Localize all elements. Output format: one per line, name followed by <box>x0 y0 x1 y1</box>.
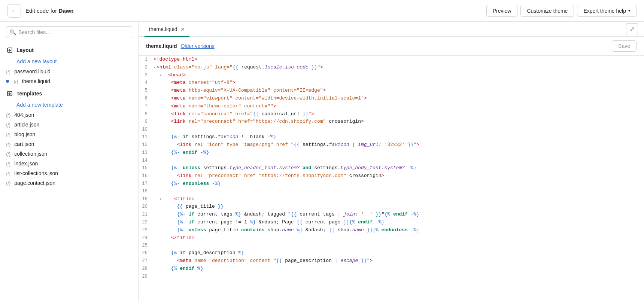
main-layout: 🔍 Layout Add a new layout {/} password.l… <box>0 22 644 302</box>
code-line-26: 26 {% if page_description %} <box>139 249 644 257</box>
code-line-4: 4 <meta charset="utf-8"> <box>139 79 644 87</box>
file-item-index[interactable]: {/} index.json <box>0 159 138 168</box>
code-line-12: 12 <link rel="icon" type="image/png" hre… <box>139 141 644 149</box>
code-line-10: 10 <box>139 126 644 133</box>
code-line-19: 19 ▾ <title> <box>139 195 644 203</box>
code-line-8: 8 <link rel="canonical" href="{{ canonic… <box>139 110 644 118</box>
file-info-left: theme.liquid Older versions <box>146 43 215 49</box>
code-line-28: 28 {% endif %} <box>139 265 644 273</box>
file-item-cart[interactable]: {/} cart.json <box>0 139 138 149</box>
expert-theme-help-button[interactable]: Expert theme help ▾ <box>577 5 637 17</box>
code-line-17: 17 {%- endunless -%} <box>139 180 644 188</box>
file-item-404[interactable]: {/} 404.json <box>0 110 138 120</box>
search-bar: 🔍 <box>0 22 138 43</box>
templates-section-header: Templates <box>0 86 138 100</box>
add-template-link[interactable]: Add a new template <box>0 100 138 110</box>
code-line-5: 5 <meta http-equiv="X-UA-Compatible" con… <box>139 87 644 95</box>
code-line-16: 16 <link rel="preconnect" href="https://… <box>139 172 644 180</box>
code-line-24: 24 </title> <box>139 234 644 242</box>
file-title: theme.liquid <box>146 43 177 49</box>
topbar-title: Edit code for Dawn <box>25 7 73 14</box>
save-button[interactable]: Save <box>612 40 637 52</box>
modified-indicator <box>6 80 9 83</box>
preview-button[interactable]: Preview <box>486 5 518 17</box>
code-line-29: 29 <box>139 273 644 280</box>
layout-section-header: Layout <box>0 43 138 56</box>
topbar-right: Preview Customize theme Expert theme hel… <box>486 5 637 17</box>
code-line-22: 22 {%- if current_page != 1 %} &ndash; P… <box>139 219 644 226</box>
templates-download-icon <box>6 90 13 97</box>
editor-area: theme.liquid ✕ ⤢ theme.liquid Older vers… <box>139 22 644 302</box>
file-item-list-collections[interactable]: {/} list-collections.json <box>0 168 138 178</box>
code-line-18: 18 <box>139 187 644 195</box>
back-button[interactable]: ← <box>7 4 21 18</box>
code-line-15: 15 {%- unless settings.type_header_font.… <box>139 164 644 172</box>
search-input[interactable] <box>6 26 132 38</box>
fullscreen-button[interactable]: ⤢ <box>626 23 638 35</box>
code-line-27: 27 <meta name="description" content="{{ … <box>139 257 644 265</box>
code-line-1: 1 <!doctype html> <box>139 56 644 64</box>
file-item-page-contact[interactable]: {/} page.contact.json <box>0 178 138 188</box>
code-line-3: 3 ▾ <head> <box>139 71 644 79</box>
file-item-theme[interactable]: {/} theme.liquid <box>0 76 138 86</box>
topbar-left: ← Edit code for Dawn <box>7 4 73 18</box>
layout-section-label: Layout <box>16 47 34 53</box>
chevron-down-icon: ▾ <box>628 9 630 13</box>
file-item-article[interactable]: {/} article.json <box>0 120 138 129</box>
older-versions-link[interactable]: Older versions <box>180 43 214 49</box>
tab-theme-liquid[interactable]: theme.liquid ✕ <box>145 22 189 37</box>
file-item-blog[interactable]: {/} blog.json <box>0 129 138 139</box>
tab-close-icon[interactable]: ✕ <box>180 26 185 32</box>
file-item-password[interactable]: {/} password.liquid <box>0 67 138 76</box>
templates-section-label: Templates <box>16 91 42 97</box>
download-icon <box>6 46 13 54</box>
code-line-7: 7 <meta name="theme-color" content=""> <box>139 103 644 110</box>
code-editor[interactable]: 1 <!doctype html> 2 ▾<html class="no-js"… <box>139 56 644 302</box>
sidebar: 🔍 Layout Add a new layout {/} password.l… <box>0 22 139 302</box>
add-layout-link[interactable]: Add a new layout <box>0 56 138 67</box>
code-line-11: 11 {%- if settings.favicon != blank -%} <box>139 133 644 141</box>
code-line-2: 2 ▾<html class="no-js" lang="{{ request.… <box>139 64 644 71</box>
search-icon: 🔍 <box>10 29 16 35</box>
code-line-14: 14 <box>139 157 644 164</box>
file-info-bar: theme.liquid Older versions Save <box>139 37 644 56</box>
code-line-20: 20 {{ page_title }} <box>139 203 644 211</box>
code-line-21: 21 {%- if current_tags %} &ndash; tagged… <box>139 211 644 219</box>
tabs-bar: theme.liquid ✕ ⤢ <box>139 22 644 37</box>
customize-theme-button[interactable]: Customize theme <box>520 5 574 17</box>
search-wrapper: 🔍 <box>6 26 132 38</box>
code-line-23: 23 {%- unless page_title contains shop.n… <box>139 226 644 234</box>
file-item-collection[interactable]: {/} collection.json <box>0 149 138 159</box>
code-line-6: 6 <meta name="viewport" content="width=d… <box>139 95 644 103</box>
topbar: ← Edit code for Dawn Preview Customize t… <box>0 0 644 22</box>
tab-label: theme.liquid <box>149 26 177 32</box>
code-line-13: 13 {%- endif -%} <box>139 149 644 157</box>
code-line-9: 9 <link rel="preconnect" href="https://c… <box>139 118 644 126</box>
code-line-25: 25 <box>139 242 644 249</box>
